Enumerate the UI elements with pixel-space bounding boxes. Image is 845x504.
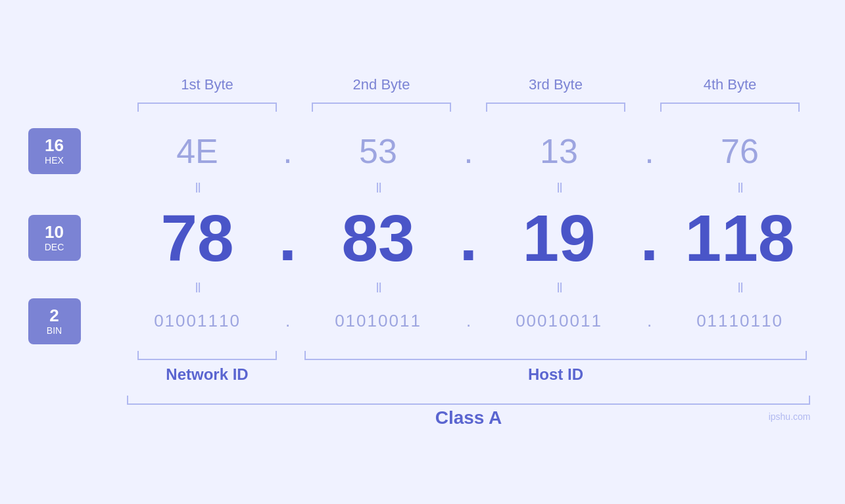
hex-base-label: HEX	[45, 155, 64, 166]
bin-base-label: BIN	[47, 325, 62, 336]
eq2-b3: II	[482, 280, 637, 296]
dec-badge: 10 DEC	[28, 215, 81, 261]
hex-value-b4: 76	[721, 131, 759, 171]
bin-dot-1: .	[285, 311, 290, 331]
eq1-b4: II	[663, 180, 817, 196]
bin-base-number: 2	[49, 306, 59, 325]
dec-value-b2: 83	[341, 205, 414, 271]
bracket-byte4	[660, 103, 800, 112]
hex-row: 16 HEX 4E . 53 . 13 . 76	[28, 125, 817, 177]
dec-dot-3: .	[640, 200, 659, 275]
byte3-header: 3rd Byte	[469, 76, 643, 97]
dec-value-b1: 78	[160, 205, 233, 271]
dec-base-label: DEC	[45, 242, 64, 252]
top-brackets	[28, 103, 817, 112]
hex-value-b1: 4E	[176, 131, 218, 171]
dec-dot-1: .	[279, 200, 297, 275]
watermark: ipshu.com	[769, 411, 811, 422]
bin-badge: 2 BIN	[28, 298, 81, 344]
dec-row: 10 DEC 78 . 83 . 19 . 118	[28, 198, 817, 277]
eq1-b3: II	[482, 180, 637, 196]
eq2-b1: II	[120, 280, 275, 296]
dec-base-number: 10	[45, 223, 64, 242]
bin-value-b4: 01110110	[696, 311, 783, 331]
eq2-b4: II	[663, 280, 817, 296]
bin-value-b1: 01001110	[154, 311, 241, 331]
eq2-b2: II	[301, 280, 456, 296]
byte4-header: 4th Byte	[643, 76, 817, 97]
class-bracket-row	[28, 396, 817, 405]
bracket-byte1	[137, 103, 277, 112]
id-labels: Network ID Host ID	[28, 363, 817, 386]
class-label: Class A	[120, 407, 817, 428]
host-bracket	[304, 351, 806, 360]
bin-value-b3: 00010011	[516, 311, 602, 331]
network-bracket	[137, 351, 277, 360]
dec-value-b4: 118	[685, 205, 795, 271]
bottom-brackets-row	[28, 351, 817, 360]
bracket-byte2	[312, 103, 451, 112]
hex-dot-1: .	[283, 131, 292, 171]
hex-base-number: 16	[45, 136, 64, 155]
byte-headers: 1st Byte 2nd Byte 3rd Byte 4th Byte	[28, 76, 817, 97]
hex-badge: 16 HEX	[28, 128, 81, 174]
byte2-header: 2nd Byte	[295, 76, 469, 97]
bin-row: 2 BIN 01001110 . 01010011 . 00010011 . 0…	[28, 298, 817, 344]
hex-value-b3: 13	[540, 131, 578, 171]
hex-value-b2: 53	[359, 131, 397, 171]
hex-dot-2: .	[464, 131, 473, 171]
equals-row-2: II II II II	[28, 280, 817, 296]
bin-dot-2: .	[466, 311, 471, 331]
eq1-b1: II	[120, 180, 275, 196]
hex-dot-3: .	[644, 131, 654, 171]
class-bracket	[127, 396, 810, 405]
bin-dot-3: .	[647, 311, 652, 331]
bracket-byte3	[486, 103, 625, 112]
eq1-b2: II	[301, 180, 456, 196]
class-label-row: Class A	[28, 407, 817, 428]
network-id-label: Network ID	[120, 363, 295, 386]
dec-value-b3: 19	[522, 205, 595, 271]
equals-row-1: II II II II	[28, 180, 817, 196]
bin-value-b2: 01010011	[335, 311, 422, 331]
dec-dot-2: .	[460, 200, 478, 275]
byte1-header: 1st Byte	[120, 76, 295, 97]
main-container: 1st Byte 2nd Byte 3rd Byte 4th Byte 16 H…	[28, 76, 817, 428]
host-id-label: Host ID	[295, 363, 817, 386]
